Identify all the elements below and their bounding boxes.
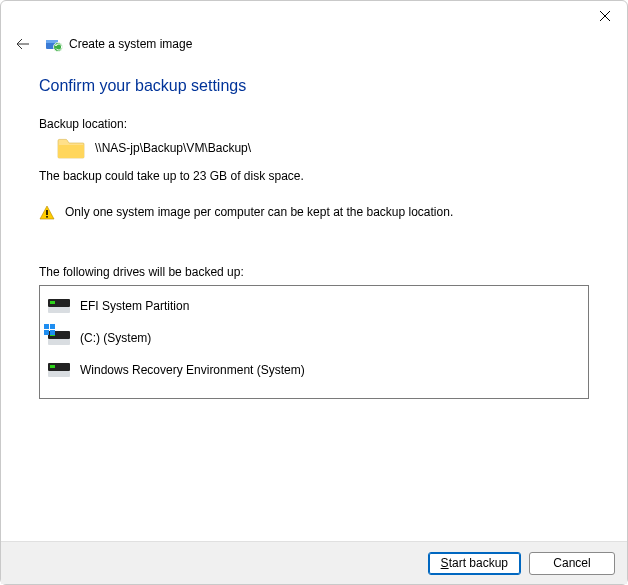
drive-icon — [48, 298, 70, 314]
drive-icon — [48, 362, 70, 378]
warning-row: Only one system image per computer can b… — [39, 205, 589, 221]
cancel-button[interactable]: Cancel — [529, 552, 615, 575]
backup-location-path: \\NAS-jp\Backup\VM\Backup\ — [95, 141, 251, 155]
svg-rect-9 — [44, 324, 49, 329]
drive-row: EFI System Partition — [40, 290, 588, 322]
drives-list: EFI System Partition (C:) (System) — [39, 285, 589, 399]
windows-badge-icon — [44, 324, 56, 336]
mnemonic-s: S — [441, 556, 449, 570]
backup-location-label: Backup location: — [39, 117, 589, 131]
wizard-window: Create a system image Confirm your backu… — [0, 0, 628, 585]
back-arrow-icon — [15, 36, 31, 52]
drive-icon — [48, 330, 70, 346]
close-icon — [600, 11, 610, 21]
svg-rect-7 — [46, 210, 48, 215]
drive-name: EFI System Partition — [80, 299, 189, 313]
svg-rect-8 — [46, 216, 48, 218]
backup-location-row: \\NAS-jp\Backup\VM\Backup\ — [57, 137, 589, 159]
svg-rect-11 — [44, 330, 49, 335]
start-backup-button[interactable]: Start backup — [428, 552, 521, 575]
content-area: Confirm your backup settings Backup loca… — [1, 77, 627, 541]
drive-name: (C:) (System) — [80, 331, 151, 345]
titlebar — [1, 1, 627, 31]
footer: Start backup Cancel — [1, 541, 627, 584]
start-backup-rest: tart backup — [449, 556, 508, 570]
drive-row: Windows Recovery Environment (System) — [40, 354, 588, 386]
warning-icon — [39, 205, 55, 221]
warning-text: Only one system image per computer can b… — [65, 205, 453, 219]
close-button[interactable] — [583, 1, 627, 31]
svg-rect-10 — [50, 324, 55, 329]
drives-label: The following drives will be backed up: — [39, 265, 589, 279]
wizard-icon — [45, 35, 63, 53]
folder-icon — [57, 137, 85, 159]
header-row: Create a system image — [1, 31, 627, 57]
svg-rect-12 — [50, 330, 55, 335]
page-heading: Confirm your backup settings — [39, 77, 589, 95]
drive-row: (C:) (System) — [40, 322, 588, 354]
wizard-title: Create a system image — [69, 37, 192, 51]
backup-size-text: The backup could take up to 23 GB of dis… — [39, 169, 589, 183]
drive-name: Windows Recovery Environment (System) — [80, 363, 305, 377]
back-button[interactable] — [11, 32, 35, 56]
